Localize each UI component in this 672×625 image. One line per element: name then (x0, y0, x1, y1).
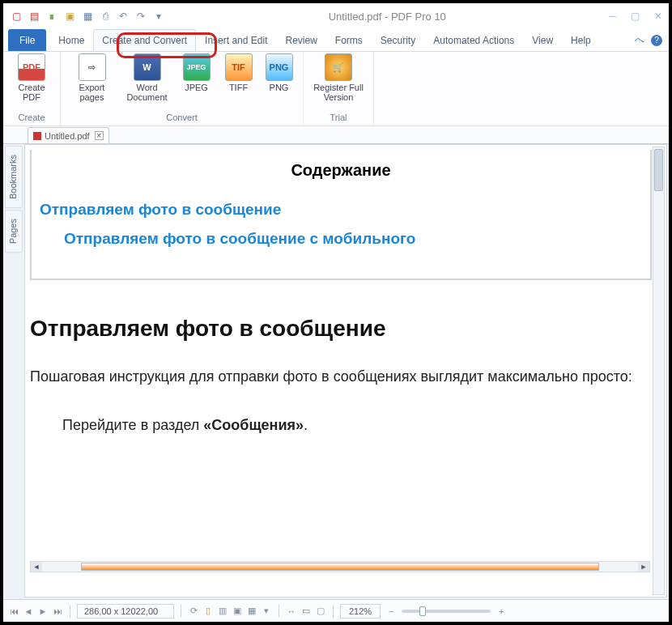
actual-size-icon[interactable]: ▢ (315, 606, 326, 617)
statusbar: ⏮ ◄ ► ⏭ 286,00 x 12022,00 ⟳ ▯ ▥ ▣ ▦ ▾ ↔ … (3, 599, 669, 622)
scrollbar-thumb[interactable] (654, 149, 663, 191)
tab-review[interactable]: Review (276, 29, 325, 51)
zoom-slider[interactable] (402, 610, 491, 613)
redo-icon[interactable]: ↷ (134, 10, 147, 23)
pdf-icon[interactable]: ▤ (28, 10, 40, 23)
document-viewport[interactable]: Содержание Отправляем фото в сообщение О… (24, 144, 667, 597)
word-icon: W (134, 53, 161, 81)
zoom-in-icon[interactable]: + (495, 606, 507, 617)
create-pdf-button[interactable]: PDF Create PDF (8, 53, 55, 102)
ribbon-item-label: Word Document (124, 83, 171, 102)
ribbon-item-label: TIFF (229, 83, 248, 92)
pdf-icon: PDF (18, 53, 45, 81)
document-tab[interactable]: Untitled.pdf × (28, 127, 109, 143)
zoom-out-icon[interactable]: − (385, 606, 397, 617)
file-tab[interactable]: File (8, 29, 46, 51)
new-icon[interactable]: ∎ (45, 10, 58, 23)
pdf-doc-icon (33, 132, 41, 140)
word-document-button[interactable]: W Word Document (124, 53, 171, 102)
save-icon[interactable]: ▦ (81, 10, 94, 23)
print-icon[interactable]: ⎙ (99, 10, 112, 23)
last-page-icon[interactable]: ⏭ (52, 606, 63, 617)
vertical-scrollbar[interactable] (653, 147, 665, 595)
minimize-button[interactable]: ─ (609, 11, 616, 22)
text-run: . (304, 417, 308, 433)
help-icon[interactable]: ? (651, 35, 662, 46)
nav-group: ⏮ ◄ ► ⏭ (8, 606, 63, 617)
jpeg-button[interactable]: JPEG JPEG (179, 53, 215, 92)
ribbon-group-trial: 🛒 Register Full Version Trial (304, 52, 374, 125)
prev-page-icon[interactable]: ◄ (23, 606, 34, 617)
ribbon-group-label: Convert (66, 111, 298, 125)
close-tab-icon[interactable]: × (95, 131, 104, 140)
ribbon-body: PDF Create PDF Create ⇨ Export pages W W… (3, 52, 669, 126)
single-page-icon[interactable]: ▯ (202, 606, 214, 617)
zoom-value[interactable]: 212% (340, 604, 381, 619)
paragraph: Пошаговая инструкция для отправки фото в… (30, 363, 652, 390)
export-pages-button[interactable]: ⇨ Export pages (69, 53, 116, 102)
png-icon: PNG (266, 53, 293, 81)
two-page-scroll-icon[interactable]: ▦ (246, 606, 257, 617)
undo-icon[interactable]: ↶ (117, 10, 130, 23)
workspace: Bookmarks Pages Содержание Отправляем фо… (3, 144, 669, 599)
ribbon-tabstrip: File Home Create and Convert Insert and … (3, 29, 669, 52)
toc-title: Содержание (36, 161, 645, 180)
first-page-icon[interactable]: ⏮ (8, 606, 19, 617)
tab-view[interactable]: View (523, 29, 562, 51)
tab-home[interactable]: Home (49, 29, 93, 51)
quick-access-toolbar: ▢ ▤ ∎ ▣ ▦ ⎙ ↶ ↷ ▾ (10, 10, 165, 23)
document-tab-label: Untitled.pdf (45, 131, 90, 141)
window-controls: ─ ▢ ✕ (609, 11, 662, 22)
side-panel-strip: Bookmarks Pages (3, 144, 24, 599)
export-icon: ⇨ (79, 53, 106, 81)
ribbon-item-label: Export pages (69, 83, 116, 102)
register-icon: 🛒 (325, 53, 352, 81)
tab-help[interactable]: Help (562, 29, 600, 51)
scrollbar-thumb[interactable] (81, 563, 599, 571)
toc-link[interactable]: Отправляем фото в сообщение (40, 201, 645, 219)
ribbon-collapse-icon[interactable]: へ (635, 33, 644, 47)
customize-icon[interactable]: ▾ (152, 10, 165, 23)
bookmarks-panel-tab[interactable]: Bookmarks (5, 146, 23, 208)
scroll-left-icon[interactable]: ◄ (31, 562, 42, 572)
ribbon-item-label: JPEG (185, 83, 208, 92)
tab-insert-and-edit[interactable]: Insert and Edit (196, 29, 276, 51)
toc-link[interactable]: Отправляем фото в сообщение с мобильного (64, 230, 645, 248)
next-page-icon[interactable]: ► (37, 606, 49, 617)
pages-panel-tab[interactable]: Pages (5, 210, 23, 253)
ribbon-group-create: PDF Create PDF Create (3, 52, 61, 125)
ribbon-group-convert: ⇨ Export pages W Word Document JPEG JPEG… (61, 52, 304, 125)
heading-1: Отправляем фото в сообщение (30, 316, 652, 342)
ribbon-group-label: Trial (308, 111, 368, 125)
horizontal-scrollbar[interactable]: ◄ ► (30, 561, 650, 572)
app-window: ▢ ▤ ∎ ▣ ▦ ⎙ ↶ ↷ ▾ Untitled.pdf - PDF Pro… (0, 0, 672, 625)
document-page: Содержание Отправляем фото в сообщение О… (30, 150, 652, 592)
tab-create-and-convert[interactable]: Create and Convert (93, 29, 196, 51)
layout-menu-icon[interactable]: ▾ (261, 606, 272, 617)
titlebar: ▢ ▤ ∎ ▣ ▦ ⎙ ↶ ↷ ▾ Untitled.pdf - PDF Pro… (3, 3, 669, 29)
list-item: Перейдите в раздел «Сообщения». (62, 411, 652, 439)
toc-block: Содержание Отправляем фото в сообщение О… (30, 150, 652, 280)
fit-page-icon[interactable]: ▭ (300, 606, 312, 617)
tab-security[interactable]: Security (372, 29, 424, 51)
zoom-slider-knob[interactable] (419, 606, 426, 616)
continuous-page-icon[interactable]: ▥ (217, 606, 228, 617)
open-icon[interactable]: ▣ (63, 10, 76, 23)
fit-mode-group: ↔ ▭ ▢ (286, 606, 326, 617)
two-page-icon[interactable]: ▣ (232, 606, 243, 617)
close-button[interactable]: ✕ (654, 11, 662, 22)
tiff-button[interactable]: TIF TIFF (223, 53, 255, 92)
document-tabstrip: Untitled.pdf × (3, 126, 669, 144)
png-button[interactable]: PNG PNG (263, 53, 296, 92)
window-title: Untitled.pdf - PDF Pro 10 (168, 11, 606, 23)
fit-width-icon[interactable]: ↔ (286, 606, 297, 617)
maximize-button[interactable]: ▢ (631, 11, 640, 22)
text-run-bold: «Сообщения» (203, 417, 304, 433)
tab-forms[interactable]: Forms (326, 29, 372, 51)
view-mode-group: ⟳ ▯ ▥ ▣ ▦ ▾ (188, 606, 272, 617)
scroll-right-icon[interactable]: ► (638, 562, 649, 572)
rotate-icon[interactable]: ⟳ (188, 606, 199, 617)
tab-automated-actions[interactable]: Automated Actions (424, 29, 523, 51)
jpeg-icon: JPEG (183, 53, 211, 81)
register-full-version-button[interactable]: 🛒 Register Full Version (308, 53, 368, 102)
